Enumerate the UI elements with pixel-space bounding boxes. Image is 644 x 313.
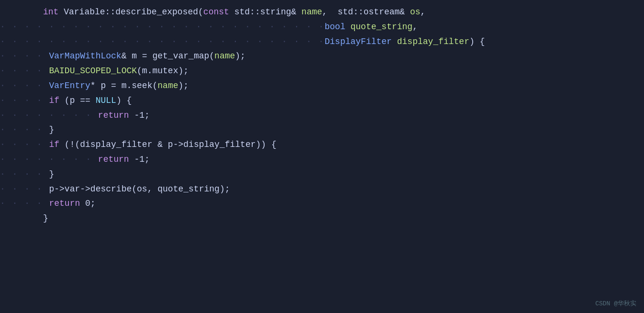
code-editor: int Variable::describe_exposed(const std…	[0, 0, 644, 313]
code-token: BAIDU_SCOPED_LOCK	[49, 66, 137, 76]
indent-dots: · · · · · · · ·	[0, 109, 98, 123]
code-line: · · · · p->var->describe(os, quote_strin…	[0, 182, 644, 197]
code-content: DisplayFilter display_filter) {	[325, 35, 644, 49]
indent-dots: · · · ·	[0, 94, 49, 108]
code-token: int	[43, 7, 58, 17]
code-token: name	[301, 7, 322, 17]
code-content: return -1;	[98, 109, 644, 123]
code-token: -1;	[129, 111, 150, 120]
code-token: std::string&	[229, 7, 301, 17]
code-content: VarEntry* p = m.seek(name);	[49, 79, 644, 93]
code-content: return 0;	[49, 197, 644, 211]
code-content: if (!(display_filter & p->display_filter…	[49, 138, 644, 152]
code-token: name	[157, 81, 178, 90]
code-token: os	[410, 7, 421, 17]
indent-dots: · · · · · · · · · · · · · · · · · · · · …	[0, 35, 325, 49]
code-token: * p = m.seek(	[90, 81, 157, 90]
code-token: NULL	[96, 96, 116, 105]
code-token: ,	[412, 22, 418, 32]
indent-dots: · · · ·	[0, 79, 49, 93]
code-token: ) {	[116, 96, 132, 105]
code-content: BAIDU_SCOPED_LOCK(m.mutex);	[49, 64, 644, 78]
watermark: CSDN @华秋实	[595, 299, 636, 309]
code-token: , std::ostream&	[322, 7, 410, 17]
code-line: · · · · VarEntry* p = m.seek(name);	[0, 78, 644, 93]
code-token: VarMapWithLock	[49, 51, 121, 61]
code-line: · · · · BAIDU_SCOPED_LOCK(m.mutex);	[0, 64, 644, 78]
code-line: · · · · return 0;	[0, 196, 644, 211]
code-token: );	[235, 51, 245, 61]
indent-dots: · · · ·	[0, 168, 49, 181]
code-token: (m.mutex);	[137, 66, 189, 76]
code-token: bool	[325, 22, 351, 32]
code-token: -1;	[129, 155, 150, 164]
code-token: }	[49, 169, 54, 179]
code-token: (!(display_filter & p->display_filter)) …	[59, 140, 277, 149]
indent-dots: · · · ·	[0, 123, 49, 137]
code-content: }	[43, 212, 644, 225]
code-token: & m = get_var_map(	[122, 51, 214, 61]
code-token: VarEntry	[49, 81, 90, 90]
code-token: Variable::describe_exposed(	[58, 7, 203, 17]
code-line: · · · · if (p == NULL) {	[0, 93, 644, 108]
indent-dots: · · · · · · · · · · · · · · · · · · · · …	[0, 20, 325, 34]
code-line: }	[0, 211, 644, 226]
code-line: int Variable::describe_exposed(const std…	[0, 5, 644, 20]
code-token: ,	[421, 7, 426, 17]
code-token: DisplayFilter	[325, 37, 397, 46]
code-content: if (p == NULL) {	[49, 94, 644, 108]
indent-dots: · · · ·	[0, 49, 49, 63]
code-token: return	[98, 155, 129, 164]
code-token: name	[214, 51, 235, 61]
indent-dots: · · · ·	[0, 197, 49, 211]
code-token: return	[98, 111, 129, 120]
code-token: const	[203, 7, 229, 17]
code-content: p->var->describe(os, quote_string);	[49, 182, 644, 196]
code-line: · · · · }	[0, 167, 644, 182]
code-token: }	[43, 213, 48, 223]
indent-dots: · · · ·	[0, 182, 49, 196]
code-token: }	[49, 125, 54, 134]
code-token: (p ==	[59, 96, 96, 105]
code-token: );	[178, 81, 189, 90]
code-token: return	[49, 199, 80, 208]
code-content: int Variable::describe_exposed(const std…	[43, 5, 644, 19]
code-line: · · · · · · · · return -1;	[0, 152, 644, 167]
code-line: · · · · VarMapWithLock& m = get_var_map(…	[0, 49, 644, 64]
code-content: VarMapWithLock& m = get_var_map(name);	[49, 49, 644, 63]
code-content: }	[49, 123, 644, 137]
code-line: · · · · · · · · · · · · · · · · · · · · …	[0, 34, 644, 49]
code-line: · · · · · · · · · · · · · · · · · · · · …	[0, 20, 644, 34]
code-token: 0;	[80, 199, 95, 208]
code-line: · · · · }	[0, 123, 644, 137]
code-content: }	[49, 168, 644, 181]
code-token: if	[49, 140, 59, 149]
indent-dots: · · · ·	[0, 138, 49, 152]
code-line: · · · · if (!(display_filter & p->displa…	[0, 137, 644, 152]
code-token: ) {	[469, 37, 485, 46]
code-token: quote_string	[351, 22, 413, 32]
code-token: p->var->describe(os, quote_string);	[49, 184, 230, 194]
code-content: bool quote_string,	[325, 20, 644, 34]
code-line: · · · · · · · · return -1;	[0, 108, 644, 123]
code-token: if	[49, 96, 59, 105]
code-token: display_filter	[397, 37, 469, 46]
indent-dots: · · · ·	[0, 64, 49, 78]
code-content: return -1;	[98, 153, 644, 167]
indent-dots: · · · · · · · ·	[0, 153, 98, 167]
